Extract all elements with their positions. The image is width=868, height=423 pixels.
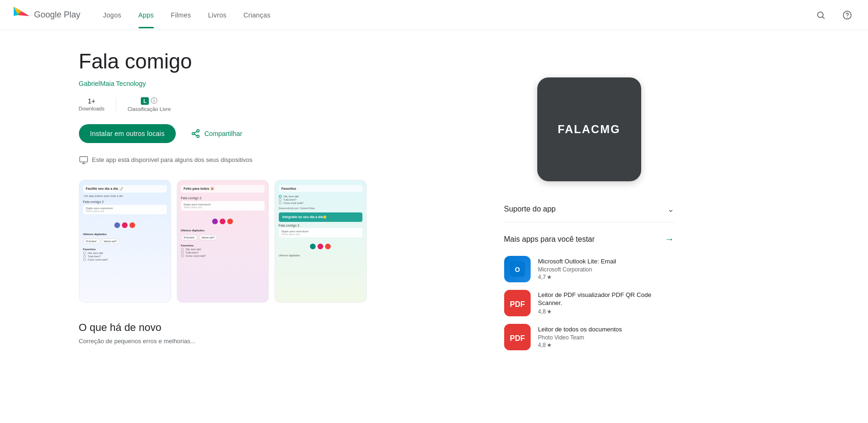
- outlook-icon: O: [504, 256, 531, 282]
- more-apps-arrow-button[interactable]: →: [665, 234, 674, 245]
- screenshot-3[interactable]: Favoritos Olá, bem-dia! Tudo bem? Como v…: [275, 180, 367, 303]
- svg-text:PDF: PDF: [510, 334, 525, 342]
- search-icon: [816, 10, 825, 20]
- support-header[interactable]: Suporte do app ⌄: [504, 204, 674, 214]
- screenshot-1[interactable]: Facilite seu dia a dia 📝 Um app prático …: [79, 180, 171, 303]
- right-sidebar: FALACMG Suporte do app ⌄ Mais apps para …: [504, 30, 674, 373]
- pdf1-icon: PDF: [504, 290, 531, 316]
- suggestion-pdf1[interactable]: PDF Leitor de PDF visualizador PDF QR Co…: [504, 286, 674, 320]
- pdf1-name: Leitor de PDF visualizador PDF QR Code S…: [538, 291, 674, 307]
- share-button-label: Compartilhar: [204, 130, 242, 137]
- pdf2-name: Leitor de todos os documentos: [538, 326, 674, 334]
- whats-new-title: O que há de novo: [79, 321, 481, 334]
- rating-meta: L ⓘ Classificação Livre: [116, 97, 182, 112]
- pdf2-icon: PDF: [504, 324, 531, 350]
- nav-item-criancas[interactable]: Crianças: [236, 2, 278, 28]
- pdf2-rating: 4,8 ★: [538, 342, 674, 348]
- rating-label: Classificação Livre: [128, 106, 171, 112]
- search-button[interactable]: [811, 6, 830, 25]
- screenshots-container: Facilite seu dia a dia 📝 Um app prático …: [79, 180, 481, 306]
- screenshots-section: Facilite seu dia a dia 📝 Um app prático …: [79, 180, 481, 306]
- more-apps-section: Mais apps para você testar → O Microsoft…: [504, 234, 674, 354]
- help-button[interactable]: [838, 6, 857, 25]
- app-icon-large: FALACMG: [537, 77, 641, 181]
- device-notice: Este app está disponível para alguns dos…: [79, 155, 481, 165]
- rating-badge: L: [141, 97, 149, 105]
- header: Google Play Jogos Apps Filmes Livros Cri…: [0, 0, 868, 30]
- svg-text:O: O: [515, 266, 520, 273]
- pdf1-info: Leitor de PDF visualizador PDF QR Code S…: [538, 291, 674, 315]
- main-nav: Jogos Apps Filmes Livros Crianças: [95, 2, 811, 28]
- suggestion-pdf2[interactable]: PDF Leitor de todos os documentos Photo …: [504, 320, 674, 354]
- support-section: Suporte do app ⌄: [504, 204, 674, 222]
- svg-point-4: [817, 12, 823, 17]
- share-button[interactable]: Compartilhar: [183, 123, 249, 144]
- header-actions: [811, 6, 857, 25]
- nav-item-apps[interactable]: Apps: [131, 2, 162, 28]
- pdf2-dev: Photo Video Team: [538, 334, 674, 341]
- app-developer[interactable]: GabrielMaia Tecnology: [79, 80, 481, 87]
- pdf2-info: Leitor de todos os documentos Photo Vide…: [538, 326, 674, 348]
- outlook-rating: 4,7 ★: [538, 274, 674, 280]
- svg-text:PDF: PDF: [510, 300, 525, 308]
- svg-rect-13: [79, 156, 87, 162]
- monitor-icon: [79, 155, 88, 165]
- share-icon: [191, 129, 200, 138]
- downloads-value: 1+: [88, 97, 95, 105]
- install-button[interactable]: Instalar em outros locais: [79, 124, 176, 143]
- device-notice-text: Este app está disponível para alguns dos…: [92, 156, 253, 163]
- nav-item-livros[interactable]: Livros: [200, 2, 234, 28]
- support-title: Suporte do app: [504, 205, 556, 213]
- downloads-meta: 1+ Downloads: [79, 97, 116, 111]
- whats-new-text: Correção de pequenos erros e melhorias..…: [79, 338, 481, 345]
- star-icon-2: ★: [547, 308, 552, 315]
- chevron-down-icon: ⌄: [667, 204, 674, 214]
- svg-line-11: [195, 134, 198, 135]
- outlook-rating-value: 4,7: [538, 274, 546, 280]
- more-apps-title: Mais apps para você testar: [504, 235, 595, 244]
- left-content: Fala comigo GabrielMaia Tecnology 1+ Dow…: [79, 30, 504, 373]
- outlook-name: Microsoft Outlook Lite: Email: [538, 258, 674, 266]
- outlook-dev: Microsoft Corporation: [538, 266, 674, 273]
- star-icon: ★: [547, 274, 552, 280]
- rating-value: L ⓘ: [141, 97, 157, 105]
- logo-text: Google Play: [34, 10, 80, 20]
- downloads-label: Downloads: [79, 106, 104, 111]
- svg-line-5: [823, 17, 825, 18]
- more-apps-header: Mais apps para você testar →: [504, 234, 674, 245]
- help-icon: [842, 10, 852, 20]
- app-icon-text: FALACMG: [558, 123, 620, 136]
- svg-line-12: [195, 131, 198, 133]
- app-title: Fala comigo: [79, 49, 481, 74]
- pdf1-rating: 4,8 ★: [538, 308, 674, 315]
- main-content: Fala comigo GabrielMaia Tecnology 1+ Dow…: [56, 30, 812, 373]
- pdf1-rating-value: 4,8: [538, 308, 546, 315]
- star-icon-3: ★: [547, 342, 552, 348]
- outlook-info: Microsoft Outlook Lite: Email Microsoft …: [538, 258, 674, 280]
- play-logo-icon: [11, 6, 30, 25]
- logo[interactable]: Google Play: [11, 6, 80, 25]
- screenshot-2[interactable]: Feito para todos 🎉 Fala comigo 2 Digite …: [177, 180, 269, 303]
- app-meta: 1+ Downloads L ⓘ Classificação Livre: [79, 97, 481, 112]
- info-icon[interactable]: ⓘ: [151, 97, 157, 105]
- pdf2-rating-value: 4,8: [538, 342, 546, 348]
- nav-item-jogos[interactable]: Jogos: [95, 2, 129, 28]
- nav-item-filmes[interactable]: Filmes: [163, 2, 199, 28]
- suggestion-outlook[interactable]: O Microsoft Outlook Lite: Email Microsof…: [504, 252, 674, 286]
- action-buttons: Instalar em outros locais Compartilhar: [79, 123, 481, 144]
